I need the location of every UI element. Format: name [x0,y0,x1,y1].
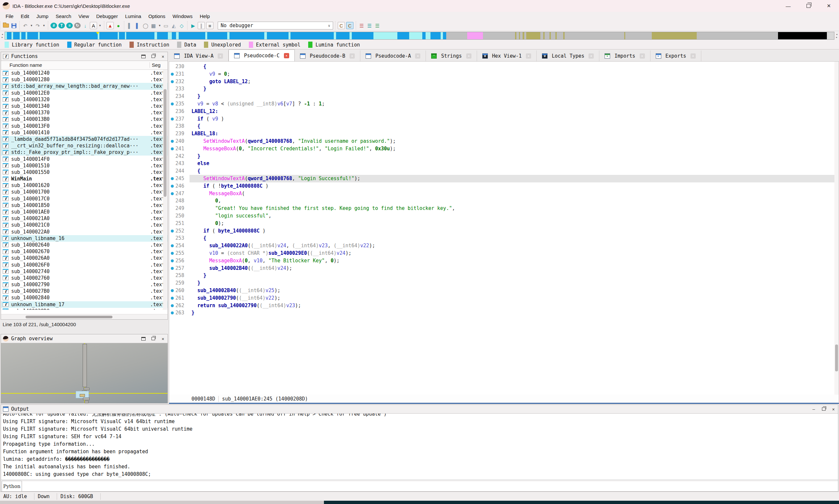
step-over-icon[interactable]: ◭ [171,22,177,29]
code-line[interactable]: sub_1400022A0((__int64)v24, (__int64)v23… [169,242,839,250]
forward-dropdown-icon[interactable]: ▾ [42,22,46,29]
function-row[interactable]: fsub_1400028D0.text [1,308,168,310]
restore-button[interactable] [798,0,819,12]
menu-debugger[interactable]: Debugger [93,13,122,20]
function-row[interactable]: fsub_140001AE0.text [1,209,168,215]
code-line[interactable]: v10 = (const CHAR *)sub_1400029E0((__int… [169,250,839,257]
code-line[interactable]: SetWindowTextA(qword_140008768, "Login S… [169,175,839,182]
function-row[interactable]: fsub_140001320.text [1,96,168,103]
menu-file[interactable]: File [2,13,17,20]
function-row[interactable]: fsub_140001550.text [1,169,168,176]
graph-close-icon[interactable]: ✕ [160,336,166,341]
function-row[interactable]: fsub_140002840.text [1,294,168,301]
tab-close-icon[interactable]: ✕ [218,53,223,59]
tab-close-icon[interactable]: ✕ [588,53,594,59]
recent-scripts-icon[interactable]: ☰ [358,22,365,29]
text-search-icon[interactable]: A [90,22,97,29]
code-line[interactable]: {253 [169,234,839,242]
menu-edit[interactable]: Edit [17,13,33,20]
tab-close-icon[interactable]: ✕ [640,53,645,59]
debug-pause-icon[interactable]: ∥ [198,22,205,29]
output-float-icon[interactable] [821,407,826,411]
code-line[interactable]: else243 [169,160,839,167]
column-segment[interactable]: Seg [150,62,161,68]
breakpoint-list-icon[interactable]: ▌ [126,22,133,29]
pseudocode-vertical-scrollbar[interactable] [834,61,839,395]
function-row[interactable]: fsub_140001370.text [1,109,168,116]
function-row[interactable]: f__crt_win32_buffer_no_resizing::dealloc… [1,142,168,149]
breakpoint-dot[interactable] [171,289,174,292]
breakpoint-dot[interactable] [171,80,174,83]
function-row[interactable]: fsub_1400021A0.text [1,215,168,222]
functions-horizontal-scrollbar[interactable] [1,314,168,319]
tab-pseudocode-c[interactable]: Pseudocode-C✕ [228,50,294,61]
breakpoint-dot[interactable] [171,267,174,270]
functions-column-header[interactable]: Function name Seg [1,61,168,70]
tab-close-icon[interactable]: ✕ [690,53,696,59]
function-row[interactable]: fsub_1400014F0.text [1,156,168,162]
code-line[interactable]: v9 = 0;231 [169,70,839,78]
jump-name-icon[interactable]: T [58,23,65,29]
jump-address-icon[interactable]: # [51,23,57,29]
code-line[interactable]: MessageBoxA(247 [169,190,839,197]
save-icon[interactable] [11,22,17,29]
function-row[interactable]: fstd::bad_array_new_length::bad_array_ne… [1,83,168,89]
graph-maximize-icon[interactable] [141,336,146,341]
function-row[interactable]: fstd::_Fake_proxy_ptr_impl::_Fake_proxy_… [1,149,168,156]
function-row[interactable]: fsub_140001620.text [1,182,168,188]
breakpoint-dot[interactable] [171,73,174,76]
navband-left-arrows[interactable]: ◂▸ [0,32,5,40]
code-line[interactable]: }263 [169,309,839,317]
code-line[interactable]: "Great! You have finished the first step… [169,205,839,212]
tab-close-icon[interactable]: ✕ [466,53,472,59]
function-row[interactable]: fsub_140001700.text [1,188,168,195]
tab-close-icon[interactable]: ✕ [284,53,289,58]
function-row[interactable]: fsub_140001240.text [1,70,168,76]
script-snippets-icon[interactable]: ☰ [366,22,373,29]
navband-right-arrows[interactable]: ◂▸ [834,32,839,40]
watch-window-icon[interactable]: ▦ [150,22,157,29]
graph-overview-canvas[interactable] [1,343,168,403]
graph-float-icon[interactable] [151,336,156,341]
function-row[interactable]: fsub_1400022A0.text [1,229,168,235]
function-row[interactable]: funknown_libname_16.text [1,235,168,242]
function-row[interactable]: fsub_1400027B0.text [1,288,168,294]
tab-strings[interactable]: ”Strings✕ [426,50,477,61]
text-search-dropdown-icon[interactable]: ▾ [98,22,102,29]
run-to-cursor-icon[interactable]: ◇ [178,22,185,29]
output-log[interactable]: Auto-check for update failed: 无法解析服务器的名称… [1,414,838,480]
function-row[interactable]: fsub_1400017C0.text [1,196,168,202]
menu-help[interactable]: Help [196,13,213,20]
watch-dropdown-icon[interactable]: ▾ [158,22,161,29]
tab-local-types[interactable]: 0Local Types✕ [537,50,599,61]
code-line[interactable]: {238 [169,123,839,130]
code-line[interactable]: return sub_140002790((__int64)v23);262 [169,302,839,309]
output-close-icon[interactable]: ✕ [831,407,836,411]
function-row[interactable]: fsub_140001510.text [1,162,168,169]
pseudocode-view[interactable]: {230 v9 = 0;231 goto LABEL_12;232 }233 }… [169,61,839,395]
function-row[interactable]: funknown_libname_17.text [1,301,168,308]
function-row[interactable]: fWinMain.text [1,176,168,182]
breakpoint-dot[interactable] [171,230,174,233]
tab-close-icon[interactable]: ✕ [349,53,355,59]
code-line[interactable]: if ( v9 )237 [169,115,839,123]
code-line[interactable]: MessageBoxA(0, v10, "The Bitlocker Key",… [169,257,839,265]
code-line[interactable]: 0);251 [169,220,839,227]
debugger-select[interactable]: No debugger∨ [218,22,333,30]
function-row[interactable]: fsub_1400021C0.text [1,222,168,228]
function-row[interactable]: fsub_140002670.text [1,248,168,255]
decompile-icon[interactable]: C [346,22,354,29]
menu-search[interactable]: Search [52,13,75,20]
column-function-name[interactable]: Function name [10,62,42,68]
code-line[interactable]: sub_140002790((__int64)v22);261 [169,294,839,302]
script-list-icon[interactable]: ☰ [374,22,381,29]
tab-hex-view-1[interactable]: 0Hex View-1✕ [477,50,537,61]
output-minimize-icon[interactable]: — [811,407,816,411]
code-line[interactable]: "login successful",250 [169,212,839,220]
tab-ida-view-a[interactable]: IDA View-A✕ [169,50,228,61]
output-panel-titlebar[interactable]: Output — ✕ [1,405,838,414]
code-line[interactable]: MessageBoxA(0, "Incorrect Credentials!",… [169,145,839,152]
tab-exports[interactable]: ▸Exports✕ [650,50,701,61]
breakpoint-dot[interactable] [171,140,174,143]
menu-lumina[interactable]: Lumina [121,13,144,20]
